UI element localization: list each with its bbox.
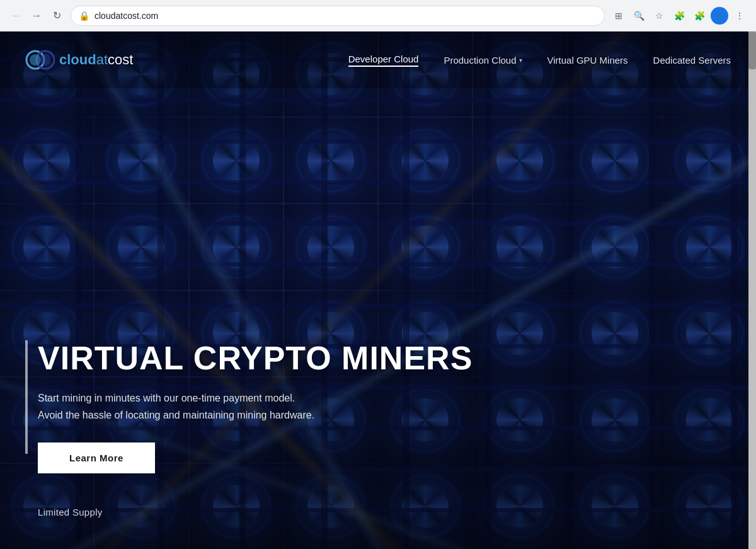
forward-button[interactable]: → [28, 7, 45, 25]
logo-cloud: cloud [59, 52, 96, 67]
nav-links: Developer Cloud Production Cloud ▾ Virtu… [348, 54, 731, 67]
extensions-puzzle[interactable]: 🧩 [690, 7, 708, 25]
website-container: cloudatcost Developer Cloud Production C… [0, 32, 756, 549]
bookmark-button[interactable]: ☆ [650, 7, 668, 25]
production-cloud-dropdown-arrow: ▾ [519, 57, 522, 64]
address-bar[interactable]: 🔒 cloudatcost.com [71, 6, 605, 26]
url-text: cloudatcost.com [94, 11, 597, 21]
svg-point-3 [40, 54, 51, 66]
navbar: cloudatcost Developer Cloud Production C… [0, 32, 756, 88]
logo-text: cloudatcost [59, 52, 133, 68]
search-button[interactable]: 🔍 [630, 7, 648, 25]
nav-link-production-cloud[interactable]: Production Cloud ▾ [444, 55, 522, 66]
nav-link-dedicated-servers[interactable]: Dedicated Servers [653, 55, 731, 66]
browser-actions: ⊞ 🔍 ☆ 🧩 🧩 👤 ⋮ [610, 7, 748, 25]
logo[interactable]: cloudatcost [25, 50, 133, 70]
profile-button[interactable]: 👤 [711, 7, 728, 25]
nav-item-developer-cloud: Developer Cloud [348, 54, 419, 67]
lock-icon: 🔒 [79, 11, 89, 21]
extension-button[interactable]: 🧩 [670, 7, 688, 25]
hero-subtitle: Start mining in minutes with our one-tim… [38, 390, 504, 424]
logo-icon [25, 50, 55, 70]
scrollbar[interactable] [748, 32, 756, 549]
translate-button[interactable]: ⊞ [610, 7, 627, 25]
scrollbar-thumb[interactable] [748, 32, 756, 69]
back-button[interactable]: ← [8, 7, 25, 25]
limited-supply-label: Limited Supply [38, 507, 103, 517]
hero-content: VIRTUAL CRYPTO MINERS Start mining in mi… [38, 340, 504, 473]
nav-item-dedicated-servers: Dedicated Servers [653, 55, 731, 66]
logo-cost: cost [108, 52, 133, 67]
learn-more-button[interactable]: Learn More [38, 442, 155, 473]
nav-item-production-cloud: Production Cloud ▾ [444, 55, 522, 66]
svg-point-2 [30, 54, 41, 66]
nav-link-developer-cloud[interactable]: Developer Cloud [348, 54, 419, 67]
left-accent-bar [25, 340, 28, 454]
logo-at: at [96, 52, 108, 67]
nav-link-gpu-miners[interactable]: Virtual GPU Miners [547, 55, 628, 66]
refresh-button[interactable]: ↻ [48, 7, 66, 25]
browser-chrome: ← → ↻ 🔒 cloudatcost.com ⊞ 🔍 ☆ 🧩 🧩 👤 ⋮ [0, 0, 756, 32]
browser-nav-buttons: ← → ↻ [8, 7, 66, 25]
nav-item-gpu-miners: Virtual GPU Miners [547, 55, 628, 66]
hero-title: VIRTUAL CRYPTO MINERS [38, 340, 504, 376]
menu-button[interactable]: ⋮ [731, 7, 748, 25]
